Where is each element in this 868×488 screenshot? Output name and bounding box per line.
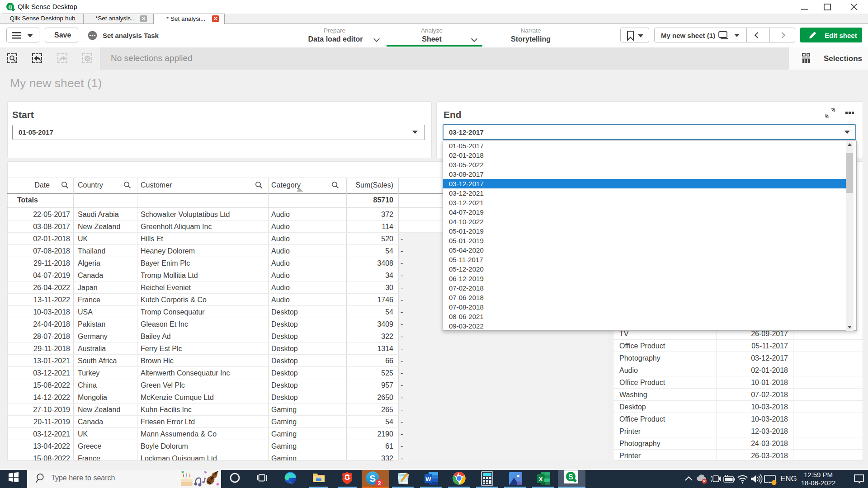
svg-text:S: S bbox=[568, 473, 573, 481]
svg-text:W: W bbox=[425, 476, 431, 483]
svg-text:2: 2 bbox=[377, 480, 381, 487]
svg-text:S: S bbox=[369, 473, 376, 483]
svg-text:X: X bbox=[539, 476, 543, 483]
